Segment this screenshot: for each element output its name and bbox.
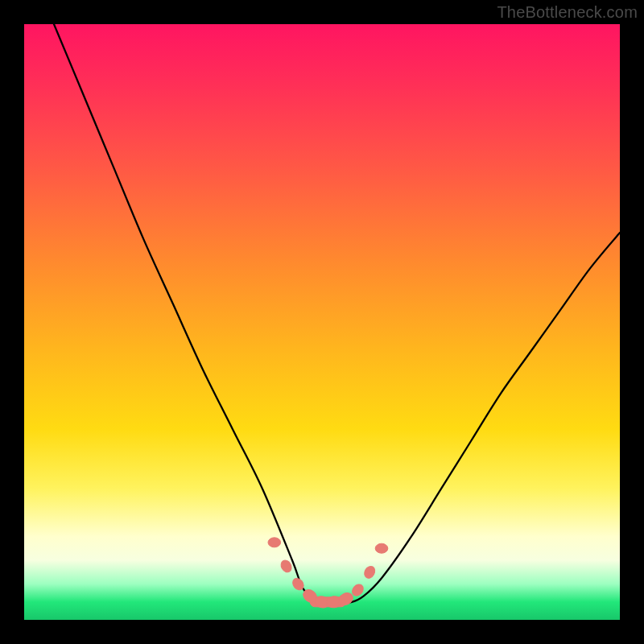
valley-markers <box>268 538 388 609</box>
chart-frame: TheBottleneck.com <box>0 0 644 644</box>
valley-marker <box>268 538 281 547</box>
plot-area <box>24 24 620 620</box>
bottleneck-curve <box>24 24 620 620</box>
valley-marker <box>362 564 377 580</box>
curve-path <box>54 24 620 603</box>
valley-marker <box>279 559 294 574</box>
valley-marker <box>375 543 388 553</box>
watermark-text: TheBottleneck.com <box>497 3 638 22</box>
